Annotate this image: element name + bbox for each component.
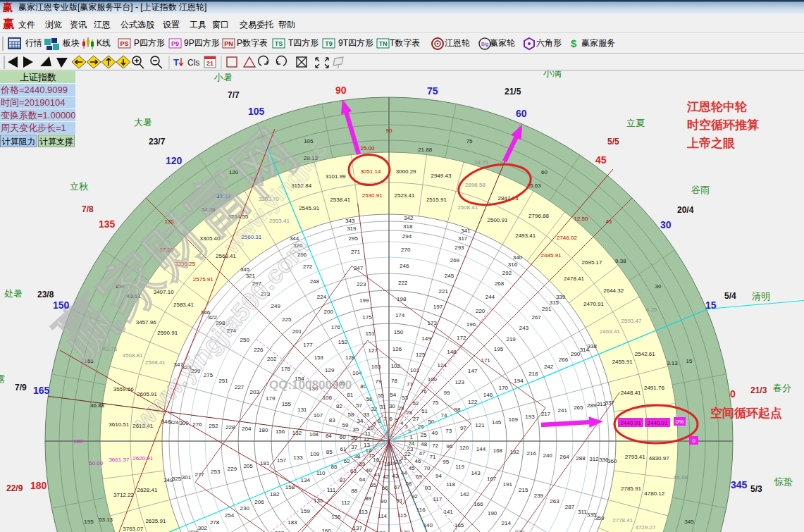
svg-text:152: 152 bbox=[338, 339, 348, 345]
svg-text:5/3: 5/3 bbox=[750, 484, 762, 494]
svg-text:191: 191 bbox=[503, 481, 513, 488]
svg-text:82: 82 bbox=[336, 403, 342, 409]
svg-text:108: 108 bbox=[309, 431, 319, 438]
svg-text:18.75: 18.75 bbox=[474, 159, 489, 166]
svg-text:148: 148 bbox=[447, 349, 457, 355]
svg-text:4830.97: 4830.97 bbox=[649, 455, 669, 462]
svg-text:2575.91: 2575.91 bbox=[193, 276, 214, 283]
svg-text:345: 345 bbox=[731, 479, 748, 490]
svg-text:小满: 小满 bbox=[543, 70, 562, 78]
svg-text:5/4: 5/4 bbox=[724, 291, 736, 301]
svg-text:251: 251 bbox=[218, 378, 228, 384]
svg-text:301: 301 bbox=[182, 474, 192, 481]
svg-text:53.13: 53.13 bbox=[99, 516, 113, 523]
svg-text:2523.41: 2523.41 bbox=[395, 192, 415, 199]
svg-text:15: 15 bbox=[686, 358, 693, 364]
svg-text:269: 269 bbox=[450, 257, 460, 264]
svg-text:199: 199 bbox=[359, 297, 369, 304]
svg-text:291: 291 bbox=[542, 306, 552, 312]
svg-text:135: 135 bbox=[99, 218, 116, 230]
svg-text:P9: P9 bbox=[171, 40, 179, 47]
svg-text:57: 57 bbox=[356, 402, 362, 409]
svg-text:15: 15 bbox=[705, 299, 717, 311]
svg-text:177: 177 bbox=[303, 342, 313, 348]
svg-text:201: 201 bbox=[292, 328, 302, 335]
svg-text:2493.41: 2493.41 bbox=[515, 233, 536, 239]
svg-text:345: 345 bbox=[240, 266, 250, 273]
svg-text:28: 28 bbox=[406, 409, 412, 416]
svg-text:312: 312 bbox=[589, 456, 599, 462]
svg-text:96.88: 96.88 bbox=[674, 474, 688, 481]
svg-text:117: 117 bbox=[433, 496, 442, 502]
svg-text:21/5: 21/5 bbox=[505, 87, 521, 97]
svg-text:惊蛰: 惊蛰 bbox=[774, 476, 793, 487]
svg-text:0: 0 bbox=[730, 388, 736, 400]
svg-text:247: 247 bbox=[354, 265, 364, 271]
svg-text:224: 224 bbox=[317, 294, 327, 300]
svg-text:2635.91: 2635.91 bbox=[145, 518, 166, 524]
svg-text:Cls: Cls bbox=[187, 58, 199, 68]
svg-text:107: 107 bbox=[314, 412, 323, 419]
svg-text:105: 105 bbox=[248, 106, 265, 117]
svg-text:182: 182 bbox=[270, 491, 280, 497]
svg-text:203: 203 bbox=[250, 389, 260, 395]
svg-text:24: 24 bbox=[408, 440, 414, 447]
svg-text:25: 25 bbox=[421, 432, 427, 438]
svg-text:150: 150 bbox=[53, 299, 70, 311]
svg-text:51: 51 bbox=[421, 408, 428, 414]
svg-text:4729.27: 4729.27 bbox=[635, 524, 655, 531]
svg-text:204: 204 bbox=[242, 426, 252, 432]
svg-text:270: 270 bbox=[401, 247, 411, 253]
svg-text:12.50: 12.50 bbox=[574, 216, 588, 222]
svg-text:151: 151 bbox=[365, 330, 375, 337]
svg-text:立秋: 立秋 bbox=[70, 181, 89, 192]
svg-text:243: 243 bbox=[519, 325, 529, 331]
svg-text:245: 245 bbox=[445, 273, 454, 279]
svg-text:90: 90 bbox=[335, 85, 347, 96]
svg-text:240: 240 bbox=[543, 452, 552, 459]
svg-text:192: 192 bbox=[510, 449, 520, 455]
svg-text:166: 166 bbox=[474, 501, 483, 507]
svg-text:195: 195 bbox=[84, 519, 94, 525]
svg-text:46: 46 bbox=[415, 458, 421, 464]
svg-text:214: 214 bbox=[502, 520, 512, 526]
svg-text:131: 131 bbox=[297, 407, 307, 413]
svg-text:2949.43: 2949.43 bbox=[431, 173, 451, 179]
svg-text:193: 193 bbox=[525, 414, 535, 420]
svg-text:158: 158 bbox=[285, 484, 295, 490]
svg-text:183: 183 bbox=[287, 519, 297, 526]
svg-text:2508.41: 2508.41 bbox=[457, 204, 478, 211]
svg-text:119: 119 bbox=[455, 464, 464, 470]
svg-text:73: 73 bbox=[445, 428, 452, 434]
svg-text:360: 360 bbox=[607, 458, 617, 464]
svg-text:228: 228 bbox=[225, 424, 235, 431]
svg-text:49: 49 bbox=[432, 430, 438, 436]
svg-text:311: 311 bbox=[578, 509, 587, 515]
svg-text:2695.17: 2695.17 bbox=[582, 259, 602, 266]
svg-text:2491.76: 2491.76 bbox=[644, 385, 664, 391]
svg-text:2470.91: 2470.91 bbox=[583, 301, 604, 307]
svg-text:219: 219 bbox=[506, 336, 516, 342]
svg-text:168: 168 bbox=[493, 447, 503, 454]
svg-text:150: 150 bbox=[394, 329, 404, 335]
svg-text:263: 263 bbox=[550, 498, 559, 505]
svg-text:2793.41: 2793.41 bbox=[625, 454, 645, 460]
svg-text:3051.14: 3051.14 bbox=[360, 168, 381, 175]
svg-text:25.00: 25.00 bbox=[360, 145, 375, 151]
svg-text:218: 218 bbox=[528, 371, 538, 377]
svg-text:318: 318 bbox=[403, 223, 413, 230]
svg-text:71: 71 bbox=[430, 454, 436, 460]
svg-text:33: 33 bbox=[363, 412, 369, 418]
svg-text:180: 180 bbox=[259, 427, 268, 433]
svg-text:97: 97 bbox=[460, 425, 466, 431]
svg-text:谷雨: 谷雨 bbox=[691, 185, 710, 195]
svg-text:206: 206 bbox=[254, 499, 264, 505]
svg-text:293: 293 bbox=[454, 245, 464, 251]
svg-text:226: 226 bbox=[254, 347, 264, 353]
svg-text:春分: 春分 bbox=[773, 383, 791, 393]
svg-text:126: 126 bbox=[392, 346, 402, 352]
svg-text:露: 露 bbox=[0, 373, 5, 384]
svg-text:244: 244 bbox=[486, 294, 495, 300]
svg-text:326: 326 bbox=[189, 529, 199, 532]
svg-text:95: 95 bbox=[443, 459, 449, 465]
